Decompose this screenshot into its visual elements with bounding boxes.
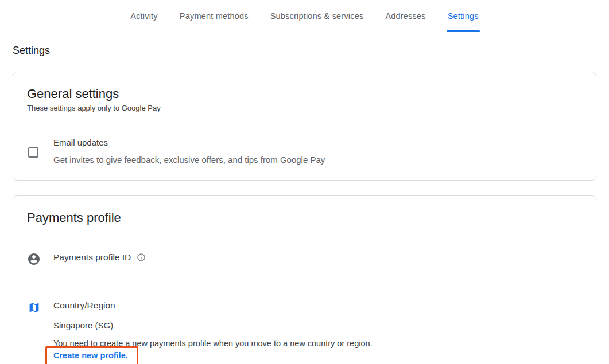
highlight-box: Create new profile.: [45, 346, 138, 364]
tab-settings[interactable]: Settings: [447, 0, 480, 32]
settings-page: Settings General settings These settings…: [0, 45, 609, 364]
country-region-label: Country/Region: [53, 300, 115, 311]
country-region-row: Country/Region Singapore (SG) You need t…: [27, 300, 582, 364]
email-updates-row: Email updates Get invites to give feedba…: [27, 138, 582, 165]
create-new-profile-link[interactable]: Create new profile.: [53, 351, 128, 360]
payments-profile-id-label: Payments profile ID: [53, 252, 131, 263]
payments-profile-id-body: Payments profile ID: [53, 252, 146, 263]
email-updates-text: Email updates Get invites to give feedba…: [53, 138, 325, 165]
tab-subscriptions-services[interactable]: Subscriptions & services: [269, 0, 365, 32]
tab-bar: Activity Payment methods Subscriptions &…: [0, 0, 609, 32]
tab-addresses[interactable]: Addresses: [384, 0, 426, 32]
page-title: Settings: [13, 45, 596, 57]
map-icon: [27, 300, 41, 314]
tab-activity[interactable]: Activity: [129, 0, 159, 32]
country-region-body: Country/Region Singapore (SG) You need t…: [53, 300, 373, 364]
payments-profile-card: Payments profile Payments profile ID: [13, 195, 596, 364]
info-icon[interactable]: [137, 253, 146, 262]
payments-profile-title: Payments profile: [27, 210, 582, 226]
email-updates-label: Email updates: [53, 138, 325, 147]
tab-payment-methods[interactable]: Payment methods: [179, 0, 250, 32]
account-circle-icon: [27, 252, 41, 266]
email-updates-checkbox[interactable]: [28, 147, 38, 158]
payments-profile-id-row: Payments profile ID: [27, 252, 582, 266]
general-settings-card: General settings These settings apply on…: [13, 72, 596, 181]
general-settings-subtitle: These settings apply only to Google Pay: [27, 104, 582, 112]
country-region-value: Singapore (SG): [53, 320, 373, 330]
general-settings-title: General settings: [27, 86, 582, 102]
email-updates-description: Get invites to give feedback, exclusive …: [53, 155, 325, 165]
